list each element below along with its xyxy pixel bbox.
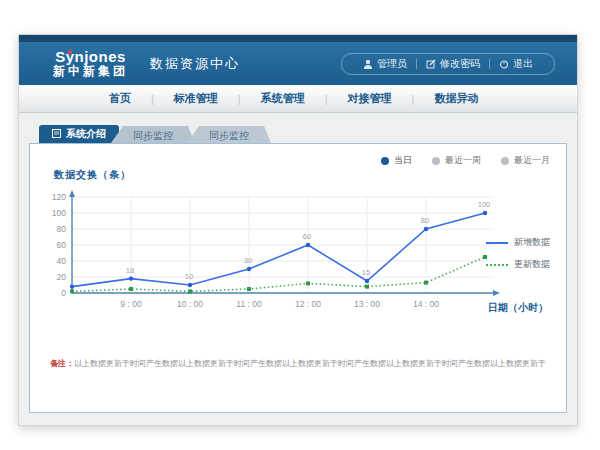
svg-text:13 : 00: 13 : 00 [354, 299, 380, 309]
note-text: 以上数据更新于时间产生数据以上数据更新于时间产生数据以上数据更新于时间产生数据以… [74, 359, 546, 368]
edit-icon [426, 59, 436, 69]
change-password-label: 修改密码 [440, 57, 480, 71]
nav-item-data-change[interactable]: 数据异动 [414, 91, 498, 106]
legend-item-updated-data[interactable]: 更新数据 [486, 258, 550, 271]
user-icon [363, 59, 373, 69]
user-menu: 管理员 修改密码 退出 [341, 53, 555, 75]
nav-item-interface-mgmt[interactable]: 对接管理 [328, 91, 412, 106]
svg-text:14 : 00: 14 : 00 [413, 299, 439, 309]
svg-text:30: 30 [244, 256, 252, 265]
page-title: 数据资源中心 [150, 55, 240, 73]
radio-today[interactable]: 当日 [381, 154, 412, 167]
nav-item-home[interactable]: 首页 [89, 91, 151, 106]
power-icon [499, 59, 509, 69]
note-label: 备注： [50, 359, 74, 368]
logo-text-en: Synjones [53, 49, 128, 66]
tab-system-intro[interactable]: 系统介绍 [39, 125, 119, 143]
legend-label: 新增数据 [514, 236, 550, 249]
radio-last-week-label: 最近一周 [445, 154, 481, 167]
solid-line-swatch [486, 242, 508, 244]
svg-text:100: 100 [478, 200, 491, 209]
footer-note: 备注：以上数据更新于时间产生数据以上数据更新于时间产生数据以上数据更新于时间产生… [30, 358, 566, 369]
dotted-line-swatch [486, 264, 508, 266]
chart-panel: 当日 最近一周 最近一月 数据交换（条） 0204060801001209 : … [29, 143, 567, 413]
tab-bar: 系统介绍 同步监控 同步监控 [39, 125, 567, 143]
svg-text:15: 15 [362, 268, 370, 277]
radio-dot-icon [381, 157, 389, 165]
main-nav: 首页 | 标准管理 | 系统管理 | 对接管理 | 数据异动 [19, 85, 577, 113]
radio-last-month-label: 最近一月 [514, 154, 550, 167]
svg-text:60: 60 [303, 232, 311, 241]
radio-last-week[interactable]: 最近一周 [432, 154, 481, 167]
logout-link[interactable]: 退出 [490, 57, 542, 71]
y-axis-title: 数据交换（条） [54, 168, 131, 182]
svg-text:80: 80 [57, 224, 67, 234]
svg-text:100: 100 [52, 208, 66, 218]
svg-text:40: 40 [57, 256, 67, 266]
app-window: Synjones 新中新集团 数据资源中心 管理员 修改密码 [18, 34, 578, 426]
svg-text:120: 120 [52, 192, 66, 202]
window-top-strip [19, 35, 577, 42]
svg-text:18: 18 [126, 266, 134, 275]
svg-text:0: 0 [61, 288, 66, 298]
tab-sync-monitor-2[interactable]: 同步监控 [187, 126, 271, 143]
radio-dot-icon [501, 157, 509, 165]
radio-today-label: 当日 [394, 154, 412, 167]
svg-text:80: 80 [421, 216, 429, 225]
document-icon [52, 129, 61, 138]
svg-text:9 : 00: 9 : 00 [120, 299, 142, 309]
user-admin-link[interactable]: 管理员 [354, 57, 416, 71]
legend-label: 更新数据 [514, 258, 550, 271]
app-header: Synjones 新中新集团 数据资源中心 管理员 修改密码 [19, 42, 577, 85]
radio-last-month[interactable]: 最近一月 [501, 154, 550, 167]
svg-text:10: 10 [185, 272, 193, 281]
svg-text:60: 60 [57, 240, 67, 250]
nav-item-system-mgmt[interactable]: 系统管理 [241, 91, 325, 106]
radio-dot-icon [432, 157, 440, 165]
tab-label: 系统介绍 [66, 127, 106, 141]
time-range-radios: 当日 最近一周 最近一月 [381, 154, 550, 167]
change-password-link[interactable]: 修改密码 [417, 57, 489, 71]
legend-item-new-data[interactable]: 新增数据 [486, 236, 550, 249]
logo-text-cn: 新中新集团 [53, 65, 128, 78]
x-axis-title: 日期（小时） [488, 301, 548, 315]
svg-text:12 : 00: 12 : 00 [295, 299, 321, 309]
chart-legend: 新增数据 更新数据 [486, 236, 550, 271]
nav-item-standard-mgmt[interactable]: 标准管理 [154, 91, 238, 106]
tab-sync-monitor-1[interactable]: 同步监控 [111, 126, 195, 143]
user-admin-label: 管理员 [377, 57, 407, 71]
svg-text:20: 20 [57, 272, 67, 282]
brand-logo: Synjones 新中新集团 [53, 49, 128, 79]
content-area: 系统介绍 同步监控 同步监控 当日 最近一周 [19, 113, 577, 413]
logo-accent-dot [68, 50, 72, 54]
logout-label: 退出 [513, 57, 533, 71]
page: Synjones 新中新集团 数据资源中心 管理员 修改密码 [0, 0, 600, 450]
svg-text:10 : 00: 10 : 00 [177, 299, 203, 309]
svg-text:11 : 00: 11 : 00 [236, 299, 262, 309]
